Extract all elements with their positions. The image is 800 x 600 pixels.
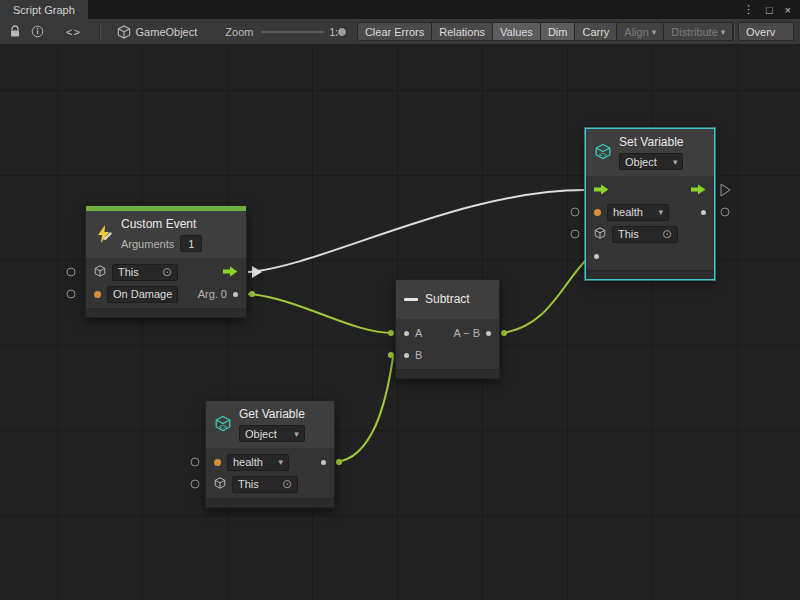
zoom-slider-track[interactable] — [261, 31, 324, 33]
variable-name-dropdown[interactable]: health▾ — [227, 454, 289, 471]
target-picker-icon[interactable]: ⊙ — [282, 479, 292, 489]
port-setvariable-target-external[interactable] — [571, 230, 579, 238]
value-in-port[interactable] — [594, 254, 599, 259]
variable-scope-dropdown[interactable]: Object▾ — [239, 425, 305, 442]
input-a-label: A — [415, 327, 422, 339]
maximize-icon[interactable]: □ — [766, 4, 773, 16]
output-port[interactable] — [486, 331, 491, 336]
node-header: Subtract — [396, 280, 499, 319]
code-icon[interactable]: <> — [66, 26, 81, 38]
port-customevent-name-external[interactable] — [67, 290, 75, 298]
window-menu-icon[interactable]: ⋮ — [743, 3, 754, 16]
arguments-label: Arguments — [121, 238, 174, 250]
node-header: Custom Event Arguments 1 — [86, 211, 246, 258]
target-picker-icon[interactable]: ⊙ — [162, 267, 172, 277]
arg0-out-port[interactable] — [233, 292, 238, 297]
node-footer — [396, 369, 499, 378]
unity-script-graph-window: Script Graph ⋮ □ × <> GameObject Zoom 1x — [0, 0, 800, 600]
tab-script-graph[interactable]: Script Graph — [0, 0, 88, 19]
variable-scope-dropdown[interactable]: Object▾ — [619, 153, 683, 170]
value-out-port[interactable] — [321, 460, 326, 465]
gameobject-cube-icon — [594, 227, 606, 241]
lock-icon[interactable] — [9, 25, 21, 38]
target-field[interactable]: This⊙ — [112, 264, 178, 281]
flow-row — [586, 179, 714, 201]
svg-text:<>: <> — [599, 151, 607, 159]
node-header: <> Set Variable Object▾ — [586, 129, 714, 176]
wire-getvariable-to-subtract-b[interactable] — [336, 357, 393, 462]
tab-title: Script Graph — [13, 4, 75, 16]
align-dropdown[interactable]: Align▾ — [616, 22, 664, 41]
gameobject-reference[interactable]: GameObject — [117, 25, 198, 39]
node-set-variable[interactable]: <> Set Variable Object▾ — [585, 128, 715, 280]
dim-toggle[interactable]: Dim — [540, 22, 576, 41]
chevron-down-icon: ▾ — [652, 27, 657, 37]
input-a-port[interactable] — [404, 331, 409, 336]
event-name-field[interactable]: On Damage — [107, 286, 178, 303]
toolbar-buttons: Clear Errors Relations Values Dim Carry … — [357, 22, 733, 41]
node-subtract[interactable]: Subtract A A − B B — [395, 279, 500, 379]
zoom-slider[interactable] — [261, 25, 324, 39]
input-b-row: B — [396, 344, 499, 366]
string-port[interactable] — [94, 291, 101, 298]
target-field[interactable]: This⊙ — [612, 226, 678, 243]
toolbar-separator — [99, 24, 100, 40]
zoom-label: Zoom — [225, 26, 253, 38]
toolbar-separator — [733, 24, 734, 40]
port-setvariable-out-external[interactable] — [721, 208, 729, 216]
node-title: Subtract — [425, 292, 470, 307]
name-port[interactable] — [214, 459, 221, 466]
value-input-row — [586, 245, 714, 267]
value-out-port[interactable] — [701, 210, 706, 215]
port-setvariable-name-external[interactable] — [571, 208, 579, 216]
relations-button[interactable]: Relations — [431, 22, 493, 41]
input-b-label: B — [415, 349, 422, 361]
flow-out-port[interactable] — [223, 266, 238, 279]
arguments-field[interactable]: 1 — [180, 235, 202, 252]
node-body: health▾ This⊙ — [586, 176, 714, 270]
zoom-slider-handle[interactable] — [337, 27, 347, 37]
input-b-port[interactable] — [404, 353, 409, 358]
wire-flow-customevent-to-setvariable[interactable] — [248, 190, 584, 272]
output-label: A − B — [453, 327, 480, 339]
port-getvariable-name-external[interactable] — [191, 458, 199, 466]
node-header: <> Get Variable Object▾ — [206, 401, 334, 448]
wire-endpoint-dot — [388, 330, 394, 336]
window-controls: ⋮ □ × — [734, 0, 800, 19]
chevron-down-icon: ▾ — [673, 157, 678, 167]
wire-arg0-to-subtract-a[interactable] — [248, 294, 393, 333]
chevron-down-icon: ▾ — [294, 429, 299, 439]
gameobject-cube-icon — [117, 25, 131, 39]
graph-canvas[interactable]: Custom Event Arguments 1 This⊙ — [0, 45, 800, 600]
flow-arrowhead-icon — [252, 266, 262, 278]
info-icon[interactable] — [31, 25, 44, 38]
wire-endpoint-dot — [501, 330, 507, 336]
variable-name-dropdown[interactable]: health▾ — [607, 204, 669, 221]
close-icon[interactable]: × — [785, 4, 791, 16]
name-port[interactable] — [594, 209, 601, 216]
port-customevent-target-external[interactable] — [67, 268, 75, 276]
target-picker-icon[interactable]: ⊙ — [662, 229, 672, 239]
port-getvariable-target-external[interactable] — [191, 480, 199, 488]
wire-subtract-to-setvariable-value[interactable] — [501, 258, 588, 333]
gameobject-label: GameObject — [136, 26, 198, 38]
tab-bar: Script Graph ⋮ □ × — [0, 0, 800, 19]
node-body: health▾ This⊙ — [206, 448, 334, 498]
overview-button[interactable]: Overv — [738, 22, 794, 41]
port-setvariable-flowout-external[interactable] — [721, 184, 730, 196]
chevron-down-icon: ▾ — [658, 207, 663, 217]
variable-name-row: health▾ — [206, 451, 334, 473]
flow-in-port[interactable] — [594, 184, 609, 197]
node-footer — [86, 308, 246, 317]
values-toggle[interactable]: Values — [492, 22, 541, 41]
node-custom-event[interactable]: Custom Event Arguments 1 This⊙ — [85, 205, 247, 318]
node-get-variable[interactable]: <> Get Variable Object▾ health▾ — [205, 400, 335, 508]
carry-button[interactable]: Carry — [574, 22, 617, 41]
clear-errors-button[interactable]: Clear Errors — [357, 22, 432, 41]
flow-out-port[interactable] — [691, 184, 706, 197]
wire-endpoint-dot — [388, 352, 394, 358]
target-field[interactable]: This⊙ — [232, 476, 298, 493]
distribute-dropdown[interactable]: Distribute▾ — [663, 22, 733, 41]
variable-name-row: health▾ — [586, 201, 714, 223]
target-row: This⊙ — [86, 261, 246, 283]
